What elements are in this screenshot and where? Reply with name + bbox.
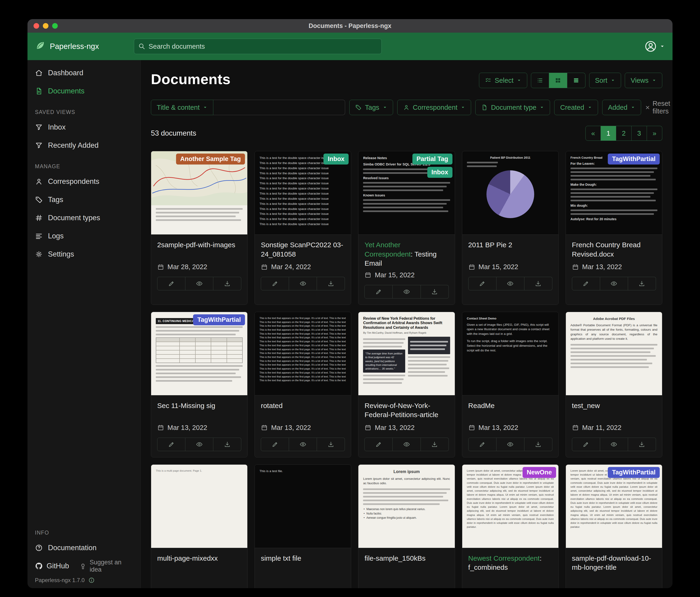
view-button[interactable] bbox=[600, 277, 628, 290]
document-title[interactable]: sample-pdf-download-10-mb-longer-title bbox=[572, 554, 656, 573]
sidebar-item-correspondents[interactable]: Correspondents bbox=[27, 172, 141, 191]
document-title[interactable]: file-sample_150kBs bbox=[365, 554, 449, 573]
document-thumbnail[interactable]: 11. CONTINUING MEDICAL EDUCA TagWithPart… bbox=[151, 312, 247, 396]
tag-badge[interactable]: Another Sample Tag bbox=[176, 153, 245, 165]
document-card[interactable]: French Country BreadFor the Leaven:Make … bbox=[566, 151, 662, 305]
sort-button[interactable]: Sort bbox=[589, 73, 621, 88]
pagination-prev-button[interactable]: « bbox=[585, 126, 601, 141]
list-view-button[interactable] bbox=[531, 73, 549, 88]
tag-badge[interactable]: NewOne bbox=[523, 467, 556, 478]
edit-button[interactable] bbox=[468, 438, 497, 451]
document-thumbnail[interactable]: This is a test for the double space char… bbox=[255, 151, 351, 235]
view-button[interactable] bbox=[393, 438, 421, 451]
view-button[interactable] bbox=[185, 277, 213, 290]
download-button[interactable] bbox=[213, 277, 241, 290]
close-window-button[interactable] bbox=[33, 23, 39, 29]
created-filter-button[interactable]: Created bbox=[554, 100, 598, 115]
pagination-next-button[interactable]: » bbox=[647, 126, 662, 141]
edit-button[interactable] bbox=[572, 438, 600, 451]
document-title[interactable]: Sec 11-Missing sig bbox=[157, 401, 241, 421]
pagination-page-2[interactable]: 2 bbox=[616, 126, 631, 141]
added-filter-button[interactable]: Added bbox=[602, 100, 641, 115]
minimize-window-button[interactable] bbox=[43, 23, 48, 29]
download-button[interactable] bbox=[213, 438, 241, 451]
document-thumbnail[interactable]: Lorem ipsumLorem ipsum dolor sit amet, c… bbox=[358, 464, 454, 548]
edit-button[interactable] bbox=[261, 277, 289, 290]
grid-view-button[interactable] bbox=[549, 73, 567, 88]
document-title[interactable]: Review-of-New-York-Federal-Petitions-art… bbox=[365, 401, 449, 421]
sidebar-item-documents[interactable]: Documents bbox=[27, 82, 141, 100]
document-title[interactable]: 2011 BP Pie 2 bbox=[468, 240, 552, 260]
document-title[interactable]: French Country Bread Revised.docx bbox=[572, 240, 656, 260]
document-card[interactable]: Another Sample Tag 2sample-pdf-with-imag… bbox=[151, 151, 248, 305]
edit-button[interactable] bbox=[157, 277, 185, 290]
document-title[interactable]: Yet Another Correspondent: Testing Email bbox=[365, 240, 449, 268]
user-avatar-icon[interactable] bbox=[644, 40, 657, 53]
document-correspondent[interactable]: Yet Another Correspondent bbox=[365, 241, 410, 258]
title-content-filter-input[interactable] bbox=[213, 100, 345, 115]
document-thumbnail[interactable]: This is the text that appears on the fir… bbox=[255, 312, 351, 396]
tag-badge[interactable]: Inbox bbox=[323, 153, 349, 165]
search-input[interactable] bbox=[149, 43, 377, 50]
title-content-dropdown[interactable]: Title & content bbox=[151, 100, 213, 115]
document-card[interactable]: This is a test for the double space char… bbox=[254, 151, 351, 305]
tag-badge[interactable]: TagWithPartial bbox=[608, 153, 660, 165]
document-thumbnail[interactable]: Patient BP Distribution 2011 bbox=[462, 151, 558, 235]
document-thumbnail[interactable]: Review of New York Federal Petitions for… bbox=[358, 312, 454, 396]
sidebar-item-documentation[interactable]: Documentation bbox=[27, 539, 141, 557]
download-button[interactable] bbox=[628, 277, 656, 290]
edit-button[interactable] bbox=[261, 438, 289, 451]
large-cards-view-button[interactable] bbox=[567, 73, 585, 88]
document-thumbnail[interactable]: Another Sample Tag bbox=[151, 151, 247, 235]
document-correspondent[interactable]: Newest Correspondent bbox=[468, 554, 540, 562]
download-button[interactable] bbox=[317, 277, 345, 290]
sidebar-item-tags[interactable]: Tags bbox=[27, 191, 141, 209]
tags-filter-button[interactable]: Tags bbox=[349, 100, 393, 115]
view-button[interactable] bbox=[289, 277, 317, 290]
document-card[interactable]: Review of New York Federal Petitions for… bbox=[358, 312, 455, 457]
download-button[interactable] bbox=[317, 438, 345, 451]
document-thumbnail[interactable]: This is a test file. bbox=[255, 464, 351, 548]
tag-badge[interactable]: Partial Tag bbox=[412, 153, 452, 165]
tag-badge[interactable]: TagWithPartial bbox=[193, 314, 245, 325]
sidebar-item-settings[interactable]: Settings bbox=[27, 245, 141, 263]
document-card[interactable]: 11. CONTINUING MEDICAL EDUCA TagWithPart… bbox=[151, 312, 248, 457]
views-button[interactable]: Views bbox=[625, 73, 662, 88]
app-brand[interactable]: Paperless-ngx bbox=[35, 40, 99, 53]
view-button[interactable] bbox=[600, 438, 628, 451]
document-card[interactable]: This is the text that appears on the fir… bbox=[254, 312, 351, 457]
document-card[interactable]: Lorem ipsum dolor sit amet, consectetur … bbox=[462, 464, 559, 588]
edit-button[interactable] bbox=[365, 285, 393, 298]
pagination-page-3[interactable]: 3 bbox=[631, 126, 647, 141]
document-card[interactable]: Lorem ipsumLorem ipsum dolor sit amet, c… bbox=[358, 464, 455, 588]
edit-button[interactable] bbox=[572, 277, 600, 290]
document-thumbnail[interactable]: This is a multi page document. Page 1. bbox=[151, 464, 247, 548]
view-button[interactable] bbox=[393, 285, 421, 298]
download-button[interactable] bbox=[421, 438, 449, 451]
document-title[interactable]: ReadMe bbox=[468, 401, 552, 421]
reset-filters-button[interactable]: × Reset filters bbox=[645, 100, 670, 115]
edit-button[interactable] bbox=[157, 438, 185, 451]
download-button[interactable] bbox=[628, 438, 656, 451]
document-thumbnail[interactable]: Release NotesSimba ODBC Driver for SQL S… bbox=[358, 151, 454, 235]
download-button[interactable] bbox=[421, 285, 449, 298]
user-menu-caret-icon[interactable] bbox=[659, 44, 665, 49]
document-title[interactable]: 2sample-pdf-with-images bbox=[157, 240, 241, 260]
document-card[interactable]: Contact Sheet DemoGiven a set of image f… bbox=[462, 312, 559, 457]
sidebar-item-logs[interactable]: Logs bbox=[27, 227, 141, 245]
document-card[interactable]: This is a test file. simple txt file bbox=[254, 464, 351, 588]
zoom-window-button[interactable] bbox=[52, 23, 58, 29]
document-title[interactable]: multi-page-mixedxx bbox=[157, 554, 241, 573]
document-title[interactable]: simple txt file bbox=[261, 554, 345, 573]
suggest-idea-link[interactable]: Suggest an idea bbox=[79, 559, 133, 573]
document-card[interactable]: Release NotesSimba ODBC Driver for SQL S… bbox=[358, 151, 455, 305]
document-thumbnail[interactable]: Lorem ipsum dolor sit amet, consectetur … bbox=[566, 464, 662, 548]
document-title[interactable]: Sonstige ScanPC2022 03-24_081058 bbox=[261, 240, 345, 260]
view-button[interactable] bbox=[497, 277, 524, 290]
edit-button[interactable] bbox=[468, 277, 497, 290]
document-thumbnail[interactable]: French Country BreadFor the Leaven:Make … bbox=[566, 151, 662, 235]
document-title[interactable]: Newest Correspondent: f_combineds bbox=[468, 554, 552, 573]
sidebar-item-document-types[interactable]: Document types bbox=[27, 209, 141, 227]
view-button[interactable] bbox=[289, 438, 317, 451]
document-card[interactable]: Adobe Acrobat PDF FilesAdobe® Portable D… bbox=[566, 312, 662, 457]
